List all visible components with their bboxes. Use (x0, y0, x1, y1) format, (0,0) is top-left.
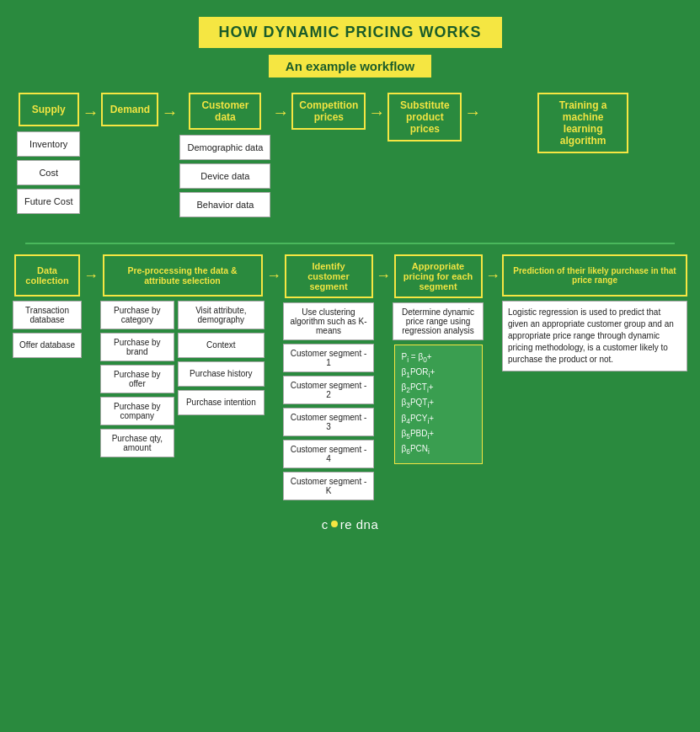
sub-title: An example workflow (269, 55, 431, 77)
identify-segment-items: Use clustering algorithm such as K-means… (283, 302, 374, 500)
purchase-by-offer: Purchase by offer (100, 365, 174, 393)
regression-analysis: Determine dynamic price range using regr… (393, 302, 484, 340)
arrow5: → (462, 103, 483, 122)
preproc-col1: Purchase by category Purchase by brand P… (100, 301, 174, 457)
visit-attribute: Visit attribute, demography (178, 301, 265, 329)
customer-segment-2: Customer segment - 2 (283, 376, 374, 404)
prediction-header: Prediction of their likely purchase in t… (502, 254, 687, 297)
arrow1: → (80, 103, 100, 122)
customer-segment-k: Customer segment - K (283, 472, 374, 500)
purchase-by-brand: Purchase by brand (100, 333, 174, 361)
customer-data-col: Customer data Demographic data Device da… (179, 93, 270, 217)
supply-item-cost: Cost (17, 160, 80, 185)
transaction-database: Transaction database (13, 301, 82, 329)
training-header: Training a machine learning algorithm (537, 93, 628, 153)
appropriate-pricing-col: Appropriate pricing for each segment Det… (393, 254, 484, 464)
substitute-header: Substitute product prices (387, 93, 462, 142)
logo-dot (331, 521, 338, 527)
preprocessing-col: Pre-processing the data & attribute sele… (100, 254, 265, 457)
supply-subitems: Inventory Cost Future Cost (17, 131, 80, 214)
supply-col: Supply Inventory Cost Future Cost (17, 93, 80, 214)
s2-arrow3: → (374, 267, 393, 285)
formula-line7: β6PCNi (402, 442, 475, 457)
competition-col: Competition prices (291, 93, 366, 130)
offer-database: Offer database (13, 333, 82, 358)
arrow2: → (159, 103, 179, 122)
competition-header: Competition prices (291, 93, 366, 130)
identify-segment-header: Identify customer segment (285, 254, 373, 298)
formula-line1: Pi = β0+ (402, 350, 475, 366)
supply-item-future-cost: Future Cost (17, 189, 80, 214)
coredna-logo: c re dna (322, 517, 379, 532)
pricing-formula: Pi = β0+ β1PORi+ β2PCTi+ β3PQTi+ β4PCYi+… (394, 345, 483, 464)
logo-text: c (322, 517, 329, 532)
supply-header: Supply (19, 93, 79, 126)
customer-data-subitems: Demographic data Device data Behavior da… (179, 135, 270, 217)
arrow3: → (270, 103, 291, 122)
appropriate-pricing-items: Determine dynamic price range using regr… (393, 302, 484, 340)
customer-segment-3: Customer segment - 3 (283, 408, 374, 436)
data-collection-items: Transaction database Offer database (13, 301, 82, 358)
customer-segment-4: Customer segment - 4 (283, 440, 374, 468)
data-collection-col: Data collection Transaction database Off… (13, 254, 82, 358)
formula-line2: β1PORi+ (402, 366, 475, 381)
training-col: Training a machine learning algorithm (483, 93, 683, 153)
s2-arrow4: → (484, 267, 502, 285)
customer-data-header: Customer data (189, 93, 261, 130)
purchase-intention: Purchase intention (178, 390, 265, 415)
purchase-history: Purchase history (178, 361, 265, 387)
appropriate-pricing-header: Appropriate pricing for each segment (394, 254, 483, 298)
demand-header: Demand (101, 93, 158, 126)
demand-col: Demand (100, 93, 159, 126)
preprocessing-inner: Purchase by category Purchase by brand P… (100, 301, 265, 457)
customer-item-behavior: Behavior data (179, 192, 270, 217)
customer-item-device: Device data (179, 163, 270, 189)
substitute-col: Substitute product prices (387, 93, 462, 142)
section2: Data collection Transaction database Off… (8, 254, 692, 500)
preproc-col2: Visit attribute, demography Context Purc… (178, 301, 265, 457)
section1: Supply Inventory Cost Future Cost → Dema… (8, 93, 692, 217)
formula-line6: β5PBDi+ (402, 427, 475, 442)
prediction-items: Logistic regression is used to predict t… (502, 301, 687, 371)
context: Context (178, 333, 265, 358)
formula-line5: β4PCYi+ (402, 412, 475, 427)
prediction-col: Prediction of their likely purchase in t… (502, 254, 687, 371)
formula-line4: β3PQTi+ (402, 396, 475, 411)
preprocessing-header: Pre-processing the data & attribute sele… (103, 254, 263, 297)
clustering-algorithm: Use clustering algorithm such as K-means (283, 302, 374, 340)
arrow4: → (366, 103, 387, 122)
data-collection-header: Data collection (14, 254, 80, 297)
purchase-qty-amount: Purchase qty, amount (100, 429, 174, 457)
divider (25, 243, 674, 244)
formula-line3: β2PCTi+ (402, 381, 475, 396)
identify-segment-col: Identify customer segment Use clustering… (283, 254, 374, 500)
logo-suffix: re dna (340, 517, 379, 532)
s2-arrow1: → (82, 267, 100, 285)
customer-item-demographic: Demographic data (179, 135, 270, 160)
main-title: HOW DYNAMIC PRICING WORKS (199, 17, 502, 48)
purchase-by-company: Purchase by company (100, 397, 174, 425)
supply-item-inventory: Inventory (17, 131, 80, 157)
s2-arrow2: → (265, 267, 283, 285)
purchase-by-category: Purchase by category (100, 301, 174, 329)
customer-segment-1: Customer segment - 1 (283, 344, 374, 372)
logistic-regression: Logistic regression is used to predict t… (502, 301, 687, 371)
